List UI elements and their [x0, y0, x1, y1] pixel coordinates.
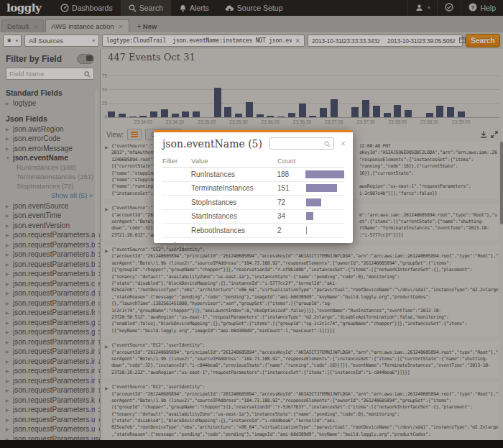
column-value: Value [191, 157, 277, 165]
popup-row-startinstances[interactable]: StartInstances34 [162, 210, 344, 224]
count-cell: 188 [277, 170, 305, 178]
count-cell: 2 [277, 227, 306, 234]
count-bar [306, 198, 321, 206]
popup-row-terminateinstances[interactable]: TerminateInstances151 [162, 182, 344, 196]
count-bar [305, 170, 344, 178]
popup-pagination: ‹ 1 › [162, 238, 344, 254]
popup-search-field [269, 137, 334, 150]
popup-row-stopinstances[interactable]: StopInstances72 [162, 196, 344, 210]
value-cell: RunInstances [191, 170, 277, 178]
popup-table-header: Filter Value Count [162, 155, 344, 168]
count-bar [306, 184, 337, 192]
event-name-popup: json.eventName (5) × Filter Value Count … [154, 130, 353, 243]
popup-title: json.eventName (5) [162, 138, 262, 150]
page-next-button[interactable]: › [183, 242, 186, 250]
count-cell: 72 [277, 198, 306, 206]
value-cell: StopInstances [191, 198, 277, 206]
popup-row-rebootinstances[interactable]: RebootInstances2 [162, 224, 344, 238]
search-icon [324, 137, 331, 150]
value-cell: RebootInstances [191, 227, 277, 234]
loggly-app: loggly DashboardsSearchAlertsSource Setu… [0, 0, 503, 448]
count-bar [306, 212, 313, 220]
page-prev-button[interactable]: ‹ [164, 242, 167, 250]
count-bar [306, 227, 307, 234]
value-cell: TerminateInstances [191, 184, 277, 192]
column-filter: Filter [162, 157, 191, 165]
popup-search-input[interactable] [273, 140, 324, 147]
value-cell: StartInstances [191, 212, 277, 220]
popup-row-runinstances[interactable]: RunInstances188 [162, 168, 344, 182]
count-cell: 34 [277, 212, 306, 220]
column-count: Count [277, 157, 306, 165]
close-icon[interactable]: × [335, 139, 346, 149]
page-number[interactable]: 1 [173, 242, 177, 250]
count-cell: 151 [277, 184, 306, 192]
